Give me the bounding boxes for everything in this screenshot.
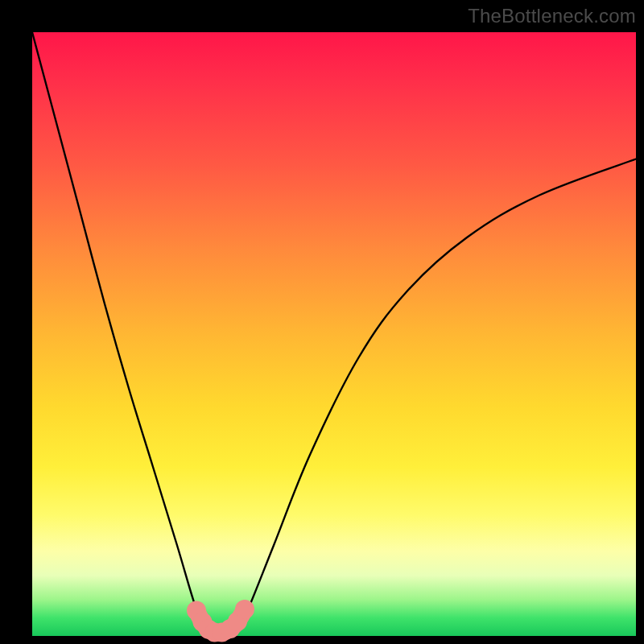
- trough-marker-dots: [187, 600, 254, 642]
- bottleneck-curve: [32, 32, 636, 636]
- trough-marker-dot: [235, 600, 254, 619]
- watermark-text: TheBottleneck.com: [468, 5, 636, 27]
- chart-svg: [32, 32, 636, 636]
- plot-area: [32, 32, 636, 636]
- chart-frame: TheBottleneck.com: [0, 0, 644, 644]
